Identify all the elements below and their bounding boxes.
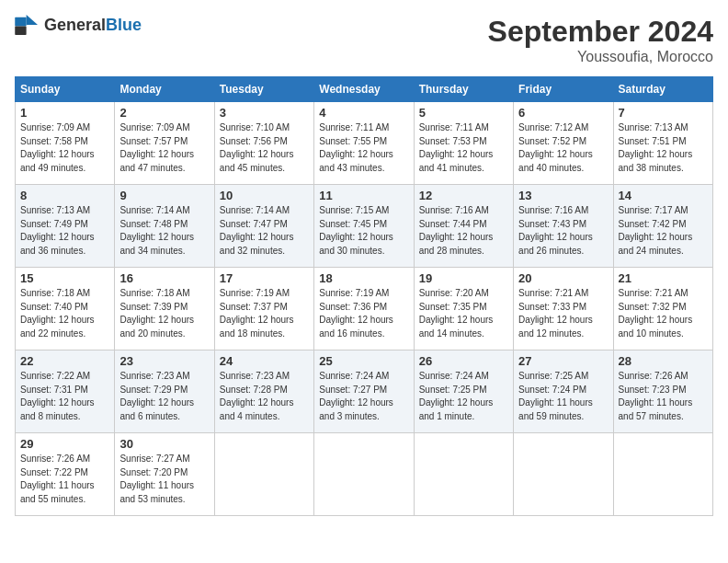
calendar-cell: 1 Sunrise: 7:09 AMSunset: 7:58 PMDayligh… — [16, 102, 115, 185]
calendar-cell: 15 Sunrise: 7:18 AMSunset: 7:40 PMDaylig… — [16, 268, 115, 350]
day-number: 28 — [619, 354, 708, 368]
month-title: September 2024 — [488, 15, 713, 49]
calendar-cell: 27 Sunrise: 7:25 AMSunset: 7:24 PMDaylig… — [514, 350, 613, 433]
calendar-cell: 22 Sunrise: 7:22 AMSunset: 7:31 PMDaylig… — [16, 350, 115, 433]
day-info: Sunrise: 7:22 AMSunset: 7:31 PMDaylight:… — [20, 371, 95, 421]
calendar-cell — [214, 433, 313, 516]
page-header: GeneralBlue September 2024 Youssoufia, M… — [15, 15, 713, 65]
day-number: 4 — [319, 106, 408, 120]
day-info: Sunrise: 7:16 AMSunset: 7:43 PMDaylight:… — [518, 205, 593, 256]
day-number: 1 — [20, 106, 109, 120]
calendar-cell: 28 Sunrise: 7:26 AMSunset: 7:23 PMDaylig… — [613, 350, 712, 433]
day-number: 12 — [419, 189, 508, 202]
logo-general: General — [44, 16, 106, 34]
day-number: 23 — [119, 354, 209, 368]
svg-rect-0 — [15, 17, 26, 27]
day-info: Sunrise: 7:19 AMSunset: 7:36 PMDaylight:… — [319, 288, 393, 339]
day-info: Sunrise: 7:13 AMSunset: 7:51 PMDaylight:… — [619, 122, 693, 173]
weekday-header-wednesday: Wednesday — [314, 77, 414, 102]
day-info: Sunrise: 7:09 AMSunset: 7:57 PMDaylight:… — [119, 122, 194, 173]
day-number: 30 — [119, 437, 209, 451]
calendar-cell: 14 Sunrise: 7:17 AMSunset: 7:42 PMDaylig… — [613, 185, 712, 268]
day-info: Sunrise: 7:21 AMSunset: 7:32 PMDaylight:… — [619, 288, 693, 339]
day-number: 16 — [119, 271, 209, 285]
logo-icon — [15, 15, 40, 35]
weekday-header-monday: Monday — [115, 77, 214, 102]
day-number: 18 — [319, 271, 408, 285]
calendar-week-row: 29 Sunrise: 7:26 AMSunset: 7:22 PMDaylig… — [16, 433, 713, 516]
day-number: 21 — [619, 271, 708, 285]
calendar-cell: 5 Sunrise: 7:11 AMSunset: 7:53 PMDayligh… — [414, 102, 513, 185]
calendar-cell: 26 Sunrise: 7:24 AMSunset: 7:25 PMDaylig… — [414, 350, 513, 433]
day-info: Sunrise: 7:19 AMSunset: 7:37 PMDaylight:… — [220, 288, 294, 339]
day-info: Sunrise: 7:26 AMSunset: 7:23 PMDaylight:… — [619, 371, 693, 421]
day-info: Sunrise: 7:23 AMSunset: 7:28 PMDaylight:… — [220, 371, 294, 421]
day-number: 13 — [518, 189, 608, 202]
day-number: 29 — [20, 437, 109, 451]
calendar-table: SundayMondayTuesdayWednesdayThursdayFrid… — [15, 76, 713, 516]
calendar-cell — [314, 433, 414, 516]
weekday-header-row: SundayMondayTuesdayWednesdayThursdayFrid… — [16, 77, 713, 102]
weekday-header-thursday: Thursday — [414, 77, 513, 102]
day-info: Sunrise: 7:12 AMSunset: 7:52 PMDaylight:… — [518, 122, 593, 173]
logo: GeneralBlue — [15, 15, 142, 35]
day-number: 10 — [220, 189, 309, 202]
day-info: Sunrise: 7:20 AMSunset: 7:35 PMDaylight:… — [419, 288, 494, 339]
day-number: 14 — [619, 189, 708, 202]
day-number: 27 — [518, 354, 608, 368]
day-number: 8 — [20, 189, 109, 202]
day-info: Sunrise: 7:24 AMSunset: 7:27 PMDaylight:… — [319, 371, 393, 421]
day-number: 3 — [220, 106, 309, 120]
calendar-cell: 17 Sunrise: 7:19 AMSunset: 7:37 PMDaylig… — [214, 268, 313, 350]
calendar-cell — [514, 433, 613, 516]
day-number: 5 — [419, 106, 508, 120]
day-info: Sunrise: 7:25 AMSunset: 7:24 PMDaylight:… — [518, 371, 593, 421]
day-number: 22 — [20, 354, 109, 368]
day-info: Sunrise: 7:15 AMSunset: 7:45 PMDaylight:… — [319, 205, 393, 256]
weekday-header-saturday: Saturday — [613, 77, 712, 102]
calendar-cell: 11 Sunrise: 7:15 AMSunset: 7:45 PMDaylig… — [314, 185, 414, 268]
calendar-cell: 25 Sunrise: 7:24 AMSunset: 7:27 PMDaylig… — [314, 350, 414, 433]
title-block: September 2024 Youssoufia, Morocco — [488, 15, 713, 65]
location-title: Youssoufia, Morocco — [488, 49, 713, 65]
calendar-week-row: 15 Sunrise: 7:18 AMSunset: 7:40 PMDaylig… — [16, 268, 713, 350]
day-number: 26 — [419, 354, 508, 368]
calendar-cell: 9 Sunrise: 7:14 AMSunset: 7:48 PMDayligh… — [115, 185, 214, 268]
calendar-week-row: 22 Sunrise: 7:22 AMSunset: 7:31 PMDaylig… — [16, 350, 713, 433]
day-info: Sunrise: 7:09 AMSunset: 7:58 PMDaylight:… — [20, 122, 95, 173]
day-number: 6 — [518, 106, 608, 120]
calendar-cell: 18 Sunrise: 7:19 AMSunset: 7:36 PMDaylig… — [314, 268, 414, 350]
calendar-week-row: 1 Sunrise: 7:09 AMSunset: 7:58 PMDayligh… — [16, 102, 713, 185]
weekday-header-friday: Friday — [514, 77, 613, 102]
day-number: 9 — [119, 189, 209, 202]
day-number: 7 — [619, 106, 708, 120]
day-number: 20 — [518, 271, 608, 285]
svg-rect-2 — [15, 26, 26, 35]
day-info: Sunrise: 7:18 AMSunset: 7:40 PMDaylight:… — [20, 288, 95, 339]
calendar-cell — [414, 433, 513, 516]
calendar-cell: 3 Sunrise: 7:10 AMSunset: 7:56 PMDayligh… — [214, 102, 313, 185]
day-info: Sunrise: 7:18 AMSunset: 7:39 PMDaylight:… — [119, 288, 194, 339]
logo-blue: Blue — [106, 16, 142, 34]
day-info: Sunrise: 7:26 AMSunset: 7:22 PMDaylight:… — [20, 454, 95, 504]
calendar-cell: 30 Sunrise: 7:27 AMSunset: 7:20 PMDaylig… — [115, 433, 214, 516]
calendar-cell: 8 Sunrise: 7:13 AMSunset: 7:49 PMDayligh… — [16, 185, 115, 268]
calendar-cell: 19 Sunrise: 7:20 AMSunset: 7:35 PMDaylig… — [414, 268, 513, 350]
day-number: 11 — [319, 189, 408, 202]
day-info: Sunrise: 7:14 AMSunset: 7:47 PMDaylight:… — [220, 205, 294, 256]
calendar-cell: 21 Sunrise: 7:21 AMSunset: 7:32 PMDaylig… — [613, 268, 712, 350]
calendar-cell: 13 Sunrise: 7:16 AMSunset: 7:43 PMDaylig… — [514, 185, 613, 268]
day-number: 17 — [220, 271, 309, 285]
day-number: 24 — [220, 354, 309, 368]
calendar-cell: 29 Sunrise: 7:26 AMSunset: 7:22 PMDaylig… — [16, 433, 115, 516]
calendar-cell: 20 Sunrise: 7:21 AMSunset: 7:33 PMDaylig… — [514, 268, 613, 350]
day-number: 25 — [319, 354, 408, 368]
day-info: Sunrise: 7:17 AMSunset: 7:42 PMDaylight:… — [619, 205, 693, 256]
day-number: 15 — [20, 271, 109, 285]
calendar-cell: 6 Sunrise: 7:12 AMSunset: 7:52 PMDayligh… — [514, 102, 613, 185]
day-info: Sunrise: 7:21 AMSunset: 7:33 PMDaylight:… — [518, 288, 593, 339]
calendar-cell: 16 Sunrise: 7:18 AMSunset: 7:39 PMDaylig… — [115, 268, 214, 350]
day-info: Sunrise: 7:11 AMSunset: 7:55 PMDaylight:… — [319, 122, 393, 173]
calendar-cell: 2 Sunrise: 7:09 AMSunset: 7:57 PMDayligh… — [115, 102, 214, 185]
logo-wordmark: GeneralBlue — [44, 16, 142, 35]
